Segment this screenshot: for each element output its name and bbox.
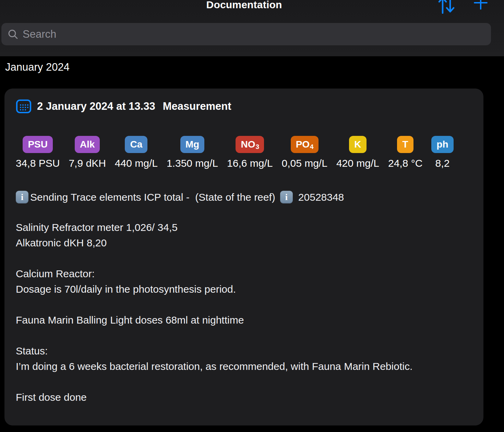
note-ref: 20528348 <box>298 191 344 203</box>
note-text: Sending Trace elements ICP total - (Stat… <box>30 191 275 203</box>
entry-type-label: Measurement <box>163 100 231 113</box>
body-text-line <box>16 250 472 266</box>
parameter-value: 7,9 dKH <box>69 157 106 169</box>
body-text-line <box>16 374 472 389</box>
parameter-column: PSU 34,8 PSU <box>16 136 60 169</box>
parameter-badge: PO4 <box>291 136 319 153</box>
entry-body: Salinity Refractor meter 1,026/ 34,5Alka… <box>16 220 472 405</box>
measurement-card[interactable]: 2 January 2024 at 13.33 Measurement PSU … <box>4 89 483 425</box>
parameter-value: 24,8 °C <box>388 157 422 169</box>
parameter-value: 16,6 mg/L <box>227 157 273 169</box>
body-text-line: Fauna Marin Balling Light doses 68ml at … <box>16 312 472 328</box>
month-header: January 2024 <box>5 60 70 74</box>
parameter-badge: T <box>397 136 413 153</box>
search-icon <box>8 29 19 40</box>
body-text-line: Salinity Refractor meter 1,026/ 34,5 <box>16 220 472 235</box>
add-button[interactable] <box>473 0 488 12</box>
body-text-line: Alkatronic dKH 8,20 <box>16 235 472 250</box>
body-text-line <box>16 297 472 312</box>
info-icon <box>16 191 28 203</box>
body-text-line: Dosage is 70l/daily in the photosynthesi… <box>16 281 472 297</box>
card-header: 2 January 2024 at 13.33 Measurement <box>16 99 472 114</box>
parameter-column: ph 8,2 <box>431 136 453 169</box>
nav-actions <box>438 0 488 14</box>
parameter-column: NO3 16,6 mg/L <box>227 136 273 169</box>
search-input[interactable]: Search <box>1 23 491 45</box>
parameter-badge: Alk <box>75 136 100 153</box>
parameter-badge: K <box>349 136 366 153</box>
body-text-line <box>16 328 472 343</box>
nav-bar: Documentation Sea <box>0 0 504 56</box>
search-placeholder: Search <box>23 28 56 40</box>
parameter-value: 440 mg/L <box>115 157 158 169</box>
body-text-line: First dose done <box>16 389 472 405</box>
parameter-value: 1.350 mg/L <box>167 157 218 169</box>
parameter-value: 0,05 mg/L <box>281 157 327 169</box>
sort-icon[interactable] <box>438 0 455 14</box>
entry-datetime: 2 January 2024 at 13.33 <box>37 100 155 113</box>
parameter-column: Alk 7,9 dKH <box>69 136 106 169</box>
parameter-column: PO4 0,05 mg/L <box>281 136 327 169</box>
body-text-line: Calcium Reactor: <box>16 266 472 281</box>
calendar-icon <box>16 99 32 114</box>
parameter-column: Mg 1.350 mg/L <box>167 136 218 169</box>
parameter-column: K 420 mg/L <box>336 136 379 169</box>
parameter-badge: ph <box>431 136 453 153</box>
body-text-line: Status: <box>16 343 472 359</box>
parameter-column: T 24,8 °C <box>388 136 422 169</box>
parameter-value: 34,8 PSU <box>16 157 60 169</box>
body-text-line: I’m doing a 6 weeks bacterial restoratio… <box>16 359 472 374</box>
page-title: Documentation <box>0 0 488 11</box>
parameter-badge: NO3 <box>236 136 264 153</box>
parameter-value: 8,2 <box>435 157 450 169</box>
parameter-badge: Mg <box>180 136 204 153</box>
parameter-row: PSU 34,8 PSU Alk 7,9 dKH Ca 440 mg/L Mg … <box>16 136 472 169</box>
info-icon <box>280 191 293 203</box>
parameter-badge: Ca <box>125 136 147 153</box>
parameter-column: Ca 440 mg/L <box>115 136 158 169</box>
parameter-badge: PSU <box>23 136 53 153</box>
note-line: Sending Trace elements ICP total - (Stat… <box>16 191 472 203</box>
parameter-value: 420 mg/L <box>336 157 379 169</box>
